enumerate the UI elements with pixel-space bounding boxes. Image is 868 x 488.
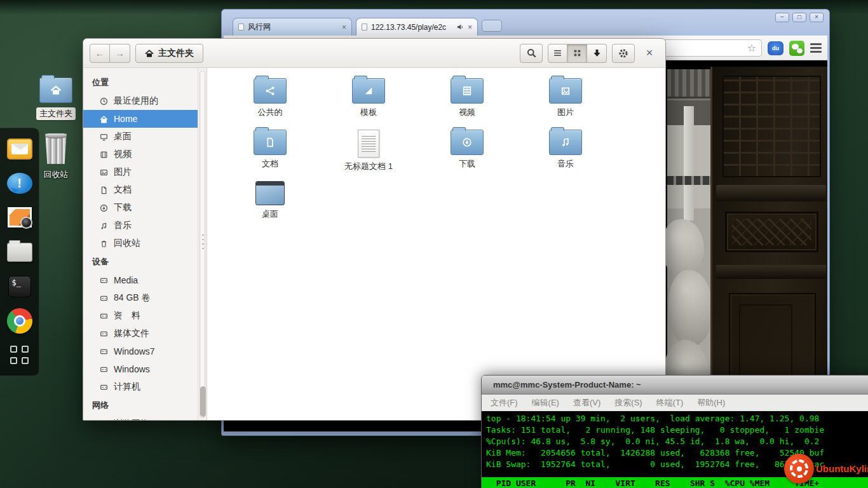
sidebar-item-media[interactable]: Media bbox=[83, 271, 198, 289]
dock-item-chrome[interactable] bbox=[6, 307, 34, 335]
sidebar-item-ziliao[interactable]: 资 料 bbox=[83, 307, 198, 325]
desktop-folder-icon bbox=[255, 181, 285, 205]
dock-item-file-manager[interactable] bbox=[6, 238, 34, 266]
browser-minimize-button[interactable]: − bbox=[775, 13, 789, 22]
menu-edit[interactable]: 编辑(E) bbox=[532, 397, 559, 409]
location-home-button[interactable]: 主文件夹 bbox=[135, 44, 203, 63]
browser-tab-fengxing[interactable]: 风行网 × bbox=[233, 18, 352, 36]
download-icon bbox=[461, 137, 473, 148]
ubuntukylin-label: UbuntuKylin bbox=[816, 463, 868, 474]
dock: ! $_ bbox=[0, 128, 39, 376]
file-item-templates[interactable]: 模板 bbox=[321, 78, 416, 130]
sidebar-item-84gb-volume[interactable]: 84 GB 卷 bbox=[83, 289, 198, 307]
sidebar-item-windows[interactable]: Windows bbox=[83, 360, 198, 378]
browser-tab-video[interactable]: 122.13.73.45/play/e2c × bbox=[356, 18, 478, 36]
grid-view-button[interactable] bbox=[567, 44, 587, 63]
sidebar-item-label: 文档 bbox=[114, 184, 132, 196]
file-manager-toolbar: ← → 主文件夹 × bbox=[83, 39, 665, 68]
file-item-desktop[interactable]: 桌面 bbox=[222, 181, 318, 233]
browser-maximize-button[interactable]: □ bbox=[792, 13, 806, 22]
dock-item-messenger[interactable]: ! bbox=[6, 169, 34, 197]
sidebar-heading-places: 位置 bbox=[83, 73, 198, 92]
baidu-cloud-extension-icon[interactable]: du bbox=[768, 41, 783, 55]
back-button[interactable]: ← bbox=[90, 44, 110, 63]
menu-search[interactable]: 搜索(S) bbox=[614, 397, 642, 409]
file-manager-content: 公共的 模板 视频 图片 bbox=[207, 68, 665, 421]
sidebar-item-desktop[interactable]: 桌面 bbox=[83, 128, 198, 146]
menu-view[interactable]: 查看(V) bbox=[573, 397, 600, 409]
file-item-public[interactable]: 公共的 bbox=[222, 78, 318, 130]
disk-icon bbox=[100, 330, 108, 338]
home-icon bbox=[145, 49, 154, 58]
forward-button[interactable]: → bbox=[110, 44, 130, 63]
sidebar-item-videos[interactable]: 视频 bbox=[83, 146, 198, 163]
sidebar-item-trash[interactable]: 回收站 bbox=[83, 234, 198, 252]
sidebar-item-pictures[interactable]: 图片 bbox=[83, 163, 198, 181]
disk-icon bbox=[100, 383, 108, 391]
sidebar-item-label: 计算机 bbox=[114, 381, 140, 393]
sidebar-item-label: 84 GB 卷 bbox=[114, 292, 151, 304]
sidebar-item-label: 桌面 bbox=[114, 131, 132, 142]
sidebar-item-recent[interactable]: 最近使用的 bbox=[83, 92, 198, 110]
wechat-extension-icon[interactable] bbox=[789, 41, 804, 56]
sidebar-item-downloads[interactable]: 下载 bbox=[83, 199, 198, 217]
video-carved-door bbox=[710, 67, 827, 417]
grid-view-icon bbox=[573, 49, 581, 57]
dock-item-photos[interactable] bbox=[6, 203, 34, 231]
settings-button[interactable] bbox=[612, 44, 635, 63]
sidebar-scrollbar[interactable] bbox=[198, 68, 207, 421]
file-label: 无标题文档 1 bbox=[344, 161, 393, 172]
sidebar-item-label: 回收站 bbox=[114, 238, 140, 249]
home-icon bbox=[100, 115, 108, 123]
disk-icon bbox=[100, 348, 108, 356]
disk-icon bbox=[100, 276, 108, 285]
share-icon bbox=[264, 85, 276, 97]
search-button[interactable] bbox=[520, 44, 543, 63]
file-item-music[interactable]: 音乐 bbox=[518, 130, 613, 181]
file-item-documents[interactable]: 文档 bbox=[222, 130, 318, 181]
terminal-titlebar[interactable]: mmc@mmc-System-Product-Name: ~ bbox=[482, 376, 868, 395]
sidebar-item-music[interactable]: 音乐 bbox=[83, 217, 198, 234]
gear-icon bbox=[618, 48, 628, 58]
dock-item-app-grid[interactable] bbox=[6, 341, 34, 369]
sidebar-item-windows7[interactable]: Windows7 bbox=[83, 342, 198, 360]
sidebar-item-media-files[interactable]: 媒体文件 bbox=[83, 325, 198, 342]
network-icon bbox=[100, 420, 108, 421]
new-tab-button[interactable] bbox=[482, 20, 502, 32]
sidebar-item-documents[interactable]: 文档 bbox=[83, 181, 198, 199]
chat-bubble-icon: ! bbox=[7, 173, 32, 194]
file-item-videos[interactable]: 视频 bbox=[419, 78, 515, 130]
window-close-button[interactable]: × bbox=[640, 44, 659, 63]
down-arrow-icon bbox=[593, 49, 601, 57]
dock-item-terminal[interactable]: $_ bbox=[6, 273, 34, 301]
compact-view-button[interactable] bbox=[587, 44, 607, 63]
sidebar-item-label: 浏览网络 bbox=[114, 418, 149, 421]
sidebar-item-computer[interactable]: 计算机 bbox=[83, 378, 198, 396]
disk-icon bbox=[100, 312, 108, 320]
list-view-button[interactable] bbox=[548, 44, 567, 63]
file-manager-sidebar: 位置 最近使用的 Home 桌面 视频 图片 文档 下载 音乐 回收站 设备 M… bbox=[83, 68, 198, 421]
top-cpu-line: %Cpu(s): 46.8 us, 5.8 sy, 0.0 ni, 45.5 i… bbox=[486, 436, 868, 447]
sidebar-item-home[interactable]: Home bbox=[83, 110, 198, 128]
bookmark-star-icon[interactable]: ☆ bbox=[747, 42, 756, 54]
dock-item-mail[interactable] bbox=[6, 135, 34, 163]
menu-help[interactable]: 帮助(H) bbox=[697, 397, 725, 409]
folder-icon bbox=[7, 243, 32, 262]
file-item-untitled-document[interactable]: 无标题文档 1 bbox=[321, 130, 416, 181]
browser-menu-icon[interactable] bbox=[810, 43, 822, 53]
sidebar-item-browse-network[interactable]: 浏览网络 bbox=[83, 415, 198, 421]
file-item-pictures[interactable]: 图片 bbox=[518, 78, 613, 130]
desktop-icon-home-folder[interactable]: 主文件夹 bbox=[29, 78, 83, 120]
top-tasks-line: Tasks: 151 total, 2 running, 148 sleepin… bbox=[486, 424, 868, 436]
file-label: 桌面 bbox=[262, 208, 278, 220]
menu-terminal[interactable]: 终端(T) bbox=[656, 397, 684, 409]
tab-close-icon[interactable]: × bbox=[468, 23, 472, 32]
file-item-downloads[interactable]: 下载 bbox=[419, 130, 515, 181]
menu-file[interactable]: 文件(F) bbox=[491, 397, 518, 409]
scrollbar-thumb[interactable] bbox=[200, 386, 206, 417]
tab-close-icon[interactable]: × bbox=[342, 23, 346, 32]
file-label: 音乐 bbox=[557, 158, 574, 170]
file-label: 图片 bbox=[557, 107, 574, 118]
sidebar-item-label: 下载 bbox=[114, 202, 132, 214]
browser-close-button[interactable]: × bbox=[810, 13, 824, 22]
